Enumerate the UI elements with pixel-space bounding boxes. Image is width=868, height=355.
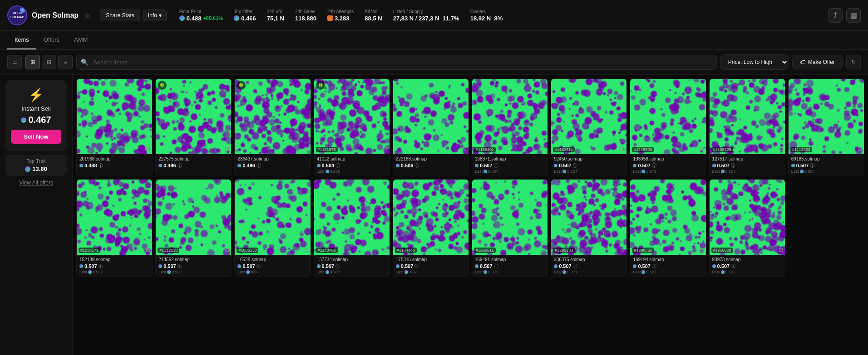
info-button[interactable]: Info ▾ [143,10,167,21]
nft-token-id: #1292233 [553,248,575,253]
nft-name: 175316.solmap [396,257,466,262]
header: OPENSOLMAP ✓ Open Solmap ☆ Share Stats I… [0,0,868,31]
sol-icon [79,264,83,268]
price-info-icon[interactable]: i [494,264,498,268]
price-info-icon[interactable]: i [256,163,261,168]
scan-icon[interactable]: ⊡ [620,247,625,253]
scan-icon[interactable]: ⊡ [541,247,546,253]
top-trait-section: Top Trait 13.80 [5,155,67,176]
price-info-icon[interactable]: i [573,163,577,168]
nft-price: 0.507i [475,263,545,269]
price-info-icon[interactable]: i [256,264,261,268]
price-info-icon[interactable]: i [414,163,419,168]
nft-card[interactable]: #1235171⊡152189.solmap0.507iLast 0.507 [76,179,153,277]
grid-small-view-button[interactable]: ⊟ [42,55,56,69]
price-info-icon[interactable]: i [731,163,735,168]
nft-card[interactable]: ⊡201968.solmap0.488i [76,78,153,176]
price-info-icon[interactable]: i [335,163,340,168]
nft-card[interactable]: 🍀#1181975⊡41022.solmap0.504iLast 0.266 [314,78,390,176]
nft-card[interactable]: #1280561⊡169194.solmap0.507iLast 0.507 [630,179,706,277]
price-info-icon[interactable]: i [652,163,656,168]
filter-button[interactable]: ☰ [7,55,22,69]
nft-card[interactable]: 🍀⊡227575.solmap0.496i [155,78,232,176]
nft-card[interactable]: #1210628⊡93973.solmap0.507iLast 0.507 [709,179,785,277]
nft-token-id: #1235171 [79,248,100,253]
scan-icon[interactable]: ⊡ [462,146,467,152]
nft-card[interactable]: #1115803⊡193058.solmap0.507iLast 0.071 [630,78,706,176]
scan-icon[interactable]: ⊡ [541,146,546,152]
nft-last-sale: Last 0.507 [712,169,782,174]
scan-icon[interactable]: ⊡ [225,146,229,152]
chart-line-icon[interactable]: ⤴ [828,8,843,23]
view-all-offers-link[interactable]: View All offers [19,180,53,186]
scan-icon[interactable]: ⊡ [383,247,388,253]
sol-icon [800,170,804,173]
nft-last-sale: Last 0.507 [791,169,861,174]
price-info-icon[interactable]: i [414,264,419,268]
sol-icon [326,270,329,274]
price-info-icon[interactable]: i [652,264,656,268]
top-trait-value: 13.80 [9,165,63,172]
tab-items[interactable]: Items [7,31,36,49]
price-info-icon[interactable]: i [99,264,103,268]
refresh-button[interactable]: ↻ [846,55,861,69]
nft-card[interactable]: #1140702⊡137734.solmap0.507iLast 0.507 [314,179,390,277]
nft-card[interactable]: #1086130⊡10538.solmap0.507iLast 0.071 [234,179,311,277]
stat-floor-price: Floor Price 0.488 +85.61% [179,9,223,22]
price-info-icon[interactable]: i [178,264,182,268]
favorite-icon[interactable]: ☆ [85,12,91,19]
sort-select[interactable]: Price: Low to High Price: High to Low Re… [720,54,789,70]
price-info-icon[interactable]: i [573,264,577,268]
scan-icon[interactable]: ⊡ [779,146,783,152]
search-input[interactable] [76,55,717,70]
nft-name: 201968.solmap [79,156,149,161]
header-buttons: Share Stats Info ▾ [100,10,167,21]
scan-icon[interactable]: ⊡ [225,247,229,253]
nft-card[interactable]: #1268511⊡169491.solmap0.507iLast 0.071 [472,179,548,277]
scan-icon[interactable]: ⊡ [700,146,704,152]
nft-token-id: #1181975 [316,147,338,152]
tab-amm[interactable]: AMM [67,31,95,49]
scan-icon[interactable]: ⊡ [304,247,309,253]
scan-icon[interactable]: ⊡ [620,146,625,152]
nft-card[interactable]: #1104443⊡175316.solmap0.507iLast 0.071 [393,179,469,277]
scan-icon[interactable]: ⊡ [146,247,150,253]
price-info-icon[interactable]: i [99,163,103,168]
nft-card[interactable]: #1162611⊡92450.solmap0.507iLast 0.507 [551,78,627,176]
share-stats-button[interactable]: Share Stats [100,10,140,21]
nft-price: 0.507i [554,163,624,168]
nft-card[interactable]: #1156401⊡138371.solmap0.507iLast 0.507 [472,78,548,176]
price-info-icon[interactable]: i [731,264,735,268]
tab-offers[interactable]: Offers [36,31,67,49]
price-info-icon[interactable]: i [494,163,498,168]
grid-large-view-button[interactable]: ⊞ [25,55,40,69]
nft-name: 92450.solmap [554,156,624,161]
sol-icon [483,170,487,173]
scan-icon[interactable]: ⊡ [146,146,150,152]
scan-icon[interactable]: ⊡ [462,247,467,253]
sell-now-button[interactable]: Sell Now [11,130,61,144]
price-info-icon[interactable]: i [335,264,340,268]
scan-icon[interactable]: ⊡ [779,247,783,253]
nft-last-sale: Last 0.071 [554,270,624,274]
nft-token-id: #1268511 [474,248,496,253]
price-info-icon[interactable]: i [810,163,814,168]
nft-price: 0.507i [712,163,782,168]
sol-icon [404,270,408,274]
nft-card[interactable]: ⊡222188.solmap0.506i [393,78,469,176]
nft-card[interactable]: #1138325⊡127517.solmap0.507iLast 0.507 [709,78,785,176]
nft-card[interactable]: #1292233⊡236375.solmap0.507iLast 0.071 [551,179,627,277]
sol-icon [721,270,725,274]
nft-last-sale: Last 0.071 [475,270,545,274]
nft-card[interactable]: #1112518⊡213562.solmap0.507iLast 0.507 [155,179,232,277]
nft-card[interactable]: #1113933⊡69185.solmap0.507iLast 0.507 [788,78,864,176]
nft-card[interactable]: 🍀⊡236437.solmap0.496i [234,78,311,176]
scan-icon[interactable]: ⊡ [858,146,862,152]
bar-chart-icon[interactable]: ▦ [846,8,861,23]
scan-icon[interactable]: ⊡ [304,146,309,152]
make-offer-button[interactable]: 🏷 Make Offer [792,55,843,69]
scan-icon[interactable]: ⊡ [383,146,388,152]
list-view-button[interactable]: ≡ [58,55,73,69]
scan-icon[interactable]: ⊡ [700,247,704,253]
price-info-icon[interactable]: i [178,163,182,168]
